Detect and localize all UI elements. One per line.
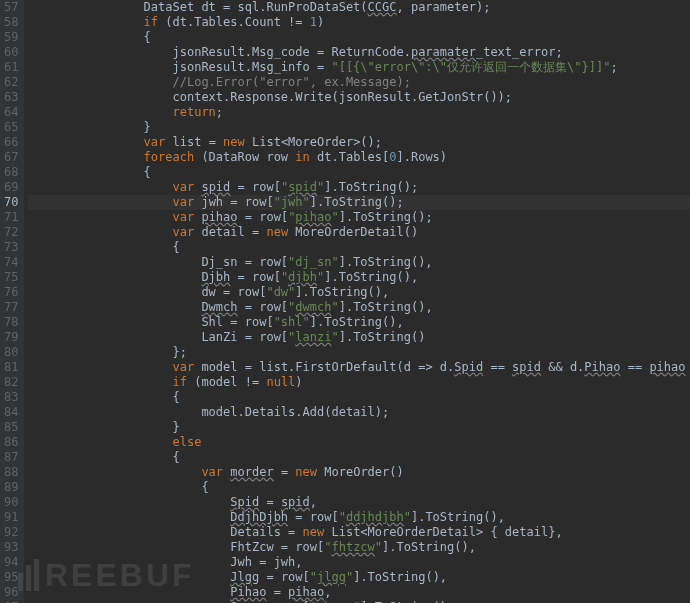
line-number: 70 [4, 195, 18, 210]
code-line[interactable]: { [28, 30, 690, 45]
code-line[interactable]: if (model != null) [28, 375, 690, 390]
line-number: 75 [4, 270, 18, 285]
line-number: 93 [4, 540, 18, 555]
code-line[interactable]: var morder = new MoreOrder() [28, 465, 690, 480]
code-editor[interactable]: 5758596061626364656667686970717273747576… [0, 0, 690, 603]
code-line[interactable]: Spid = spid, [28, 495, 690, 510]
code-line[interactable]: Details = new List<MoreOrderDetail> { de… [28, 525, 690, 540]
line-number: 95 [4, 570, 18, 585]
code-line[interactable]: var detail = new MoreOrderDetail() [28, 225, 690, 240]
code-line[interactable]: dw = row["dw"].ToString(), [28, 285, 690, 300]
code-line[interactable]: { [28, 450, 690, 465]
code-line[interactable]: jsonResult.Msg_info = "[[{\"error\":\"仅允… [28, 60, 690, 75]
line-number: 83 [4, 390, 18, 405]
code-line[interactable]: LanZi = row["lanzi"].ToString() [28, 330, 690, 345]
line-number: 81 [4, 360, 18, 375]
line-number: 78 [4, 315, 18, 330]
code-line[interactable]: Pihao = pihao, [28, 585, 690, 600]
line-number: 94 [4, 555, 18, 570]
line-number: 79 [4, 330, 18, 345]
line-number: 67 [4, 150, 18, 165]
code-line[interactable]: FhtZcw = row["fhtzcw"].ToString(), [28, 540, 690, 555]
code-line[interactable]: Jwh = jwh, [28, 555, 690, 570]
code-area[interactable]: DataSet dt = sql.RunProDataSet(CCGC, par… [24, 0, 690, 603]
code-line[interactable]: var spid = row["spid"].ToString(); [28, 180, 690, 195]
line-number: 76 [4, 285, 18, 300]
line-number: 73 [4, 240, 18, 255]
line-number: 71 [4, 210, 18, 225]
code-line[interactable]: jsonResult.Msg_code = ReturnCode.paramat… [28, 45, 690, 60]
line-number: 74 [4, 255, 18, 270]
code-line[interactable]: Dwmch = row["dwmch"].ToString(), [28, 300, 690, 315]
code-line[interactable]: Djbh = row["djbh"].ToString(), [28, 270, 690, 285]
line-number: 64 [4, 105, 18, 120]
code-line[interactable]: DdjhDjbh = row["ddjhdjbh"].ToString(), [28, 510, 690, 525]
line-number: 60 [4, 45, 18, 60]
line-number: 68 [4, 165, 18, 180]
line-number: 91 [4, 510, 18, 525]
line-number: 96 [4, 585, 18, 600]
code-line[interactable]: }; [28, 345, 690, 360]
code-line[interactable]: model.Details.Add(detail); [28, 405, 690, 420]
line-number: 61 [4, 60, 18, 75]
code-line[interactable]: else [28, 435, 690, 450]
code-line[interactable]: var jwh = row["jwh"].ToString(); [28, 195, 690, 210]
code-line[interactable]: } [28, 120, 690, 135]
line-number: 82 [4, 375, 18, 390]
line-number: 63 [4, 90, 18, 105]
code-line[interactable]: DataSet dt = sql.RunProDataSet(CCGC, par… [28, 0, 690, 15]
line-number: 89 [4, 480, 18, 495]
line-number: 86 [4, 435, 18, 450]
code-line[interactable]: { [28, 165, 690, 180]
code-line[interactable]: { [28, 240, 690, 255]
line-number: 59 [4, 30, 18, 45]
line-number: 90 [4, 495, 18, 510]
code-line[interactable]: //Log.Error("error", ex.Message); [28, 75, 690, 90]
line-number: 77 [4, 300, 18, 315]
code-line[interactable]: foreach (DataRow row in dt.Tables[0].Row… [28, 150, 690, 165]
line-number: 92 [4, 525, 18, 540]
code-line[interactable]: var list = new List<MoreOrder>(); [28, 135, 690, 150]
code-line[interactable]: if (dt.Tables.Count != 1) [28, 15, 690, 30]
line-number: 84 [4, 405, 18, 420]
line-number: 72 [4, 225, 18, 240]
line-number: 69 [4, 180, 18, 195]
code-line[interactable]: var pihao = row["pihao"].ToString(); [28, 210, 690, 225]
line-number: 62 [4, 75, 18, 90]
code-line[interactable]: Dj_sn = row["dj_sn"].ToString(), [28, 255, 690, 270]
line-number: 88 [4, 465, 18, 480]
line-number: 66 [4, 135, 18, 150]
code-line[interactable]: Jlgg = row["jlgg"].ToString(), [28, 570, 690, 585]
line-number: 87 [4, 450, 18, 465]
line-number: 65 [4, 120, 18, 135]
code-line[interactable]: context.Response.Write(jsonResult.GetJon… [28, 90, 690, 105]
line-number: 58 [4, 15, 18, 30]
code-line[interactable]: { [28, 480, 690, 495]
line-number: 85 [4, 420, 18, 435]
code-line[interactable]: } [28, 420, 690, 435]
code-line[interactable]: var model = list.FirstOrDefault(d => d.S… [28, 360, 690, 375]
line-number-gutter: 5758596061626364656667686970717273747576… [0, 0, 24, 603]
line-number: 80 [4, 345, 18, 360]
code-line[interactable]: Shl = row["shl"].ToString(), [28, 315, 690, 330]
code-line[interactable]: { [28, 390, 690, 405]
line-number: 57 [4, 0, 18, 15]
code-line[interactable]: return; [28, 105, 690, 120]
